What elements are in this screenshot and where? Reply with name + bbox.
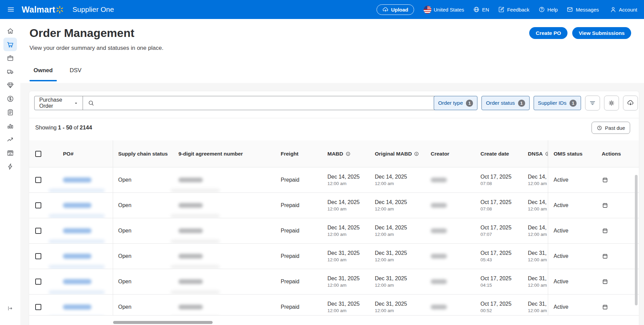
- create-date-cell: Oct 17, 202505:43: [480, 250, 512, 262]
- row-calendar-action[interactable]: [602, 227, 608, 234]
- sidebar-item-reports[interactable]: [3, 105, 17, 119]
- select-all-checkbox[interactable]: [35, 151, 41, 157]
- redacted-blur: [49, 189, 105, 192]
- po-number-cell: [63, 254, 91, 259]
- info-icon[interactable]: [345, 151, 351, 157]
- col-create-date: Create date: [480, 151, 509, 157]
- create-date-cell: Oct 17, 202507:07: [480, 225, 512, 237]
- po-number-link-redacted[interactable]: [63, 305, 91, 310]
- table-row: Open Prepaid Dec 31, 202512:00 am Dec 31…: [29, 269, 639, 294]
- us-flag-icon: [424, 6, 431, 14]
- sidebar-item-orders[interactable]: [3, 38, 17, 51]
- help-link[interactable]: Help: [538, 6, 558, 13]
- agreement-number-redacted: [178, 305, 203, 309]
- filter-count-badge: 1: [466, 100, 473, 107]
- tab-owned[interactable]: Owned: [29, 65, 57, 81]
- redacted-blur: [49, 240, 105, 243]
- sidebar-item-store[interactable]: [3, 146, 17, 160]
- row-checkbox[interactable]: [35, 177, 41, 183]
- mabd-cell: Dec 31, 202512:00 am: [327, 276, 360, 288]
- account-menu[interactable]: Account: [610, 6, 637, 13]
- table-row: Open Prepaid Dec 14, 202512:00 am Dec 14…: [29, 167, 639, 193]
- hamburger-menu-icon[interactable]: [7, 5, 15, 14]
- globe-icon: [473, 6, 480, 13]
- po-number-link-redacted[interactable]: [63, 228, 91, 233]
- table-settings-button[interactable]: [604, 96, 619, 110]
- walmart-spark-icon: [56, 6, 64, 14]
- row-checkbox[interactable]: [35, 304, 41, 310]
- filter-chip-order-status[interactable]: Order status 1: [481, 96, 529, 110]
- view-submissions-button[interactable]: View Submissions: [572, 27, 631, 39]
- row-checkbox[interactable]: [35, 202, 41, 208]
- frozen-right-cell: Active: [548, 193, 639, 218]
- redacted-blur: [171, 214, 220, 218]
- row-calendar-action[interactable]: [602, 253, 608, 260]
- row-checkbox[interactable]: [35, 279, 41, 285]
- po-number-link-redacted[interactable]: [63, 203, 91, 208]
- row-calendar-action[interactable]: [602, 202, 608, 209]
- trend-arrow-icon: [6, 136, 14, 143]
- info-icon[interactable]: [414, 151, 419, 157]
- frozen-right-cell: Active: [548, 244, 639, 269]
- top-bar: Walmart Supplier One Upload United State…: [0, 0, 644, 19]
- create-po-button[interactable]: Create PO: [529, 27, 567, 39]
- calendar-icon: [602, 304, 608, 310]
- oms-status-cell: Active: [554, 279, 568, 285]
- order-tabs: Owned DSV: [29, 65, 86, 81]
- filter-chip-order-type[interactable]: Order type 1: [434, 96, 477, 110]
- creator-cell: [431, 254, 447, 259]
- sidebar-item-quick-actions[interactable]: [3, 160, 17, 173]
- row-calendar-action[interactable]: [602, 177, 608, 183]
- po-number-link-redacted[interactable]: [63, 178, 91, 183]
- redacted-blur: [49, 290, 105, 294]
- row-checkbox[interactable]: [35, 228, 41, 234]
- sidebar-expand-button[interactable]: [4, 302, 16, 314]
- tab-dsv[interactable]: DSV: [66, 65, 86, 81]
- filter-chip-supplier-ids[interactable]: Supplier IDs 1: [534, 96, 581, 110]
- brand-logo[interactable]: Walmart: [20, 5, 64, 15]
- language-selector[interactable]: EN: [473, 6, 489, 13]
- row-calendar-action[interactable]: [602, 304, 608, 310]
- vertical-scrollbar[interactable]: [635, 175, 638, 305]
- sidebar-item-shipping[interactable]: [3, 65, 17, 78]
- feedback-link[interactable]: Feedback: [498, 6, 530, 13]
- filter-count-badge: 1: [570, 100, 577, 107]
- frozen-right-cell: Active: [548, 167, 639, 192]
- orders-card: Purchase Order Order type 1 Order status…: [29, 91, 639, 325]
- sidebar-item-quality[interactable]: [3, 78, 17, 92]
- col-agreement-number: 9-digit agreement number: [178, 151, 243, 157]
- oms-status-cell: Active: [554, 202, 568, 208]
- more-filters-button[interactable]: [585, 96, 600, 110]
- po-number-link-redacted[interactable]: [63, 279, 91, 284]
- cloud-upload-icon: [382, 6, 389, 13]
- dollar-coin-icon: [6, 95, 14, 103]
- table-row: Open Prepaid Dec 14, 202512:00 am Dec 14…: [29, 218, 639, 244]
- creator-cell: [431, 203, 447, 208]
- sidebar-item-home[interactable]: [3, 24, 17, 38]
- upload-button[interactable]: Upload: [377, 4, 414, 15]
- row-calendar-action[interactable]: [602, 278, 608, 285]
- po-number-cell: [63, 203, 91, 208]
- supply-chain-status-cell: Open: [118, 177, 131, 183]
- sidebar-item-items[interactable]: [3, 51, 17, 65]
- po-number-link-redacted[interactable]: [63, 254, 91, 259]
- row-checkbox[interactable]: [35, 253, 41, 259]
- clipboard-icon: [6, 108, 14, 116]
- store-icon: [6, 149, 14, 157]
- create-date-cell: Oct 17, 202507:08: [480, 199, 512, 211]
- search-category-dropdown[interactable]: Purchase Order: [35, 96, 83, 110]
- filter-controls: Order type 1 Order status 1 Supplier IDs…: [434, 96, 638, 110]
- sidebar-item-growth[interactable]: [3, 133, 17, 146]
- sidebar-item-payments[interactable]: [3, 92, 17, 105]
- messages-link[interactable]: Messages: [566, 6, 599, 13]
- horizontal-scrollbar[interactable]: [113, 321, 213, 324]
- past-due-button[interactable]: Past due: [592, 122, 630, 134]
- oms-status-cell: Active: [554, 253, 568, 259]
- table-row: Open Prepaid Dec 31, 202512:00 am Dec 31…: [29, 294, 639, 316]
- search-input[interactable]: [98, 96, 453, 110]
- sidebar-item-analytics[interactable]: [3, 119, 17, 133]
- download-button[interactable]: [623, 96, 638, 110]
- col-supply-chain-status: Supply chain status: [118, 151, 168, 157]
- supply-chain-status-cell: Open: [118, 304, 131, 310]
- country-selector[interactable]: United States: [424, 6, 464, 14]
